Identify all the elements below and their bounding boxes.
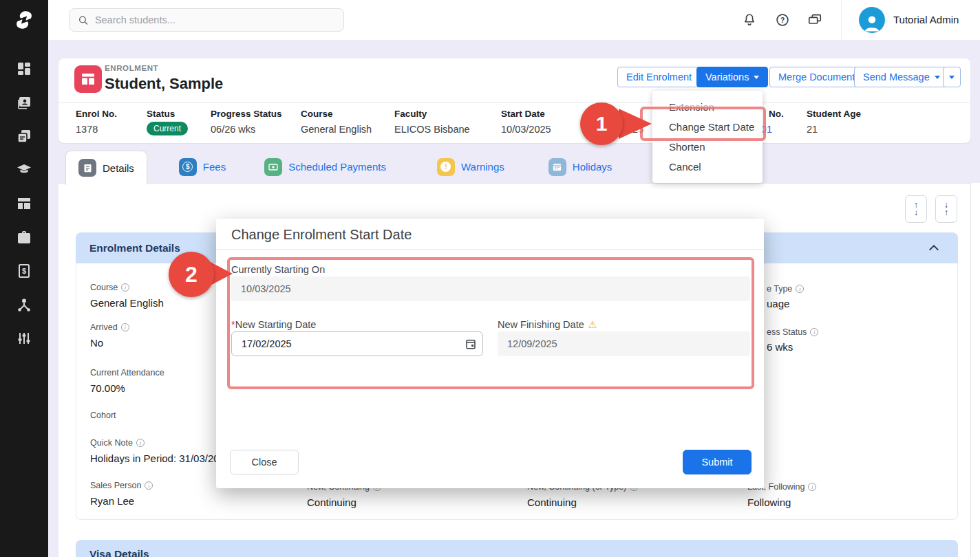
collapse-all-button[interactable]: ↓↑ — [935, 195, 957, 223]
info-student-age: Student Age21 — [807, 109, 861, 135]
info-icon[interactable] — [796, 285, 804, 293]
menu-item-cancel[interactable]: Cancel — [652, 157, 763, 177]
arrow-up-icon: ↑ — [944, 209, 948, 217]
visa-details-header[interactable]: Visa Details — [76, 540, 958, 557]
info-icon[interactable] — [121, 283, 129, 292]
merge-document-button[interactable]: Merge Document — [769, 67, 864, 87]
app-logo-icon[interactable] — [0, 0, 48, 40]
nav-contacts-icon[interactable] — [16, 94, 32, 111]
nav-settings-sliders-icon[interactable] — [16, 330, 32, 347]
field-sales-person: Sales Person Ryan Lee — [90, 481, 153, 507]
nav-invoices-icon[interactable]: $ — [16, 263, 32, 279]
topbar: ? Tutorial Admin — [48, 0, 980, 40]
modal-title: Change Enrolment Start Date — [231, 227, 412, 243]
new-starting-date-field — [231, 331, 485, 356]
nav-enrolments-icon[interactable] — [16, 195, 32, 212]
currently-starting-on-input — [231, 276, 750, 301]
nav-documents-icon[interactable] — [16, 128, 32, 144]
menu-item-extension[interactable]: Extension — [652, 97, 763, 117]
info-icon[interactable] — [145, 481, 153, 490]
info-icon[interactable] — [810, 328, 818, 336]
topbar-divider — [841, 0, 842, 40]
field-cohort: Cohort — [90, 411, 116, 425]
field-arrived: Arrived No — [90, 323, 129, 349]
tab-label: Details — [103, 162, 134, 174]
annotation-step-1: 1 — [580, 102, 623, 145]
svg-text:$: $ — [22, 267, 26, 275]
menu-item-change-start-date[interactable]: Change Start Date — [652, 117, 763, 137]
exclamation-icon: ! — [437, 158, 455, 176]
tab-fees[interactable]: $ Fees — [167, 151, 238, 184]
tab-holidays[interactable]: Holidays — [536, 151, 625, 184]
caret-down-icon — [754, 76, 759, 79]
user-name[interactable]: Tutorial Admin — [893, 14, 959, 25]
tab-label: Holidays — [573, 161, 612, 173]
nav-dashboard-icon[interactable] — [16, 61, 32, 77]
enrolment-tabs: Details $ Fees Scheduled Payments ! Warn… — [65, 150, 728, 184]
help-icon[interactable]: ? — [775, 12, 790, 28]
info-start-date: Start Date10/03/2025 — [501, 109, 551, 135]
search-input[interactable] — [95, 14, 335, 25]
search-icon — [78, 14, 89, 26]
annotation-arrow-1 — [619, 109, 652, 139]
chat-icon[interactable] — [807, 12, 822, 28]
info-icon[interactable] — [136, 439, 145, 447]
more-actions-caret-button[interactable] — [943, 67, 961, 87]
submit-button[interactable]: Submit — [683, 450, 752, 474]
variations-menu: Extension Change Start Date Shorten Canc… — [652, 91, 763, 183]
info-icon[interactable] — [808, 483, 816, 491]
menu-item-shorten[interactable]: Shorten — [652, 137, 763, 157]
panel-title: Enrolment Details — [89, 242, 180, 254]
currently-starting-on-label: Currently Starting On — [231, 264, 325, 275]
sidebar: $ — [0, 0, 48, 557]
expand-all-button[interactable]: ↑↓ — [905, 195, 927, 223]
entity-type-label: ENROLMENT — [105, 64, 158, 72]
tab-label: Warnings — [461, 161, 504, 173]
annotation-step-2: 2 — [169, 252, 214, 297]
document-icon — [78, 159, 96, 177]
arrow-down-icon: ↓ — [914, 209, 918, 217]
tab-label: Scheduled Payments — [288, 161, 386, 173]
notifications-bell-icon[interactable] — [742, 12, 757, 28]
edit-enrolment-button[interactable]: Edit Enrolment — [617, 67, 701, 87]
close-button[interactable]: Close — [230, 450, 299, 474]
enrolment-titlebar: ENROLMENT Student, Sample Edit Enrolment… — [58, 58, 970, 103]
info-status: StatusCurrent — [147, 109, 188, 135]
calendar-icon — [548, 158, 566, 176]
send-message-button[interactable]: Send Message — [854, 67, 949, 87]
nav-network-icon[interactable] — [16, 296, 32, 313]
calendar-picker-icon[interactable] — [465, 338, 477, 350]
field-current-attendance: Current Attendance 70.00% — [90, 368, 164, 394]
tab-warnings[interactable]: ! Warnings — [425, 151, 517, 184]
change-start-date-modal: Change Enrolment Start Date Currently St… — [216, 219, 764, 488]
search-box — [69, 8, 344, 32]
field-course-type-fragment: e Type uage — [767, 284, 804, 309]
info-offer-no-fragment: No.01 — [761, 109, 784, 135]
caret-down-icon — [935, 76, 940, 79]
nav-courses-icon[interactable] — [16, 162, 32, 178]
field-course: Course General English — [90, 283, 164, 309]
nav-agents-icon[interactable] — [16, 229, 32, 245]
user-avatar[interactable] — [859, 7, 885, 33]
page-title: Student, Sample — [105, 75, 223, 93]
enrolment-icon — [74, 65, 102, 93]
offer-no-link[interactable]: 01 — [761, 124, 784, 135]
svg-text:?: ? — [780, 17, 785, 24]
scroll-gutter[interactable] — [970, 183, 980, 557]
tab-details[interactable]: Details — [65, 151, 147, 185]
new-starting-date-input[interactable] — [231, 331, 483, 356]
info-faculty: FacultyELICOS Bisbane — [394, 109, 470, 135]
tab-scheduled-payments[interactable]: Scheduled Payments — [252, 151, 398, 184]
warning-triangle-icon: ⚠ — [588, 319, 597, 330]
dollar-icon: $ — [179, 158, 197, 176]
info-course: CourseGeneral English — [301, 109, 372, 135]
enrolment-header-card: ENROLMENT Student, Sample Edit Enrolment… — [58, 58, 970, 143]
banknote-icon — [264, 158, 282, 176]
modal-title-divider — [216, 249, 764, 250]
chevron-up-icon[interactable] — [928, 242, 940, 253]
field-progress-status-fragment: ess Status 6 wks — [767, 327, 818, 353]
info-icon[interactable] — [121, 323, 129, 331]
field-quick-note: Quick Note Holidays in Period: 31/03/202 — [90, 438, 225, 464]
variations-button[interactable]: Variations — [696, 67, 768, 87]
caret-down-icon — [949, 76, 955, 79]
